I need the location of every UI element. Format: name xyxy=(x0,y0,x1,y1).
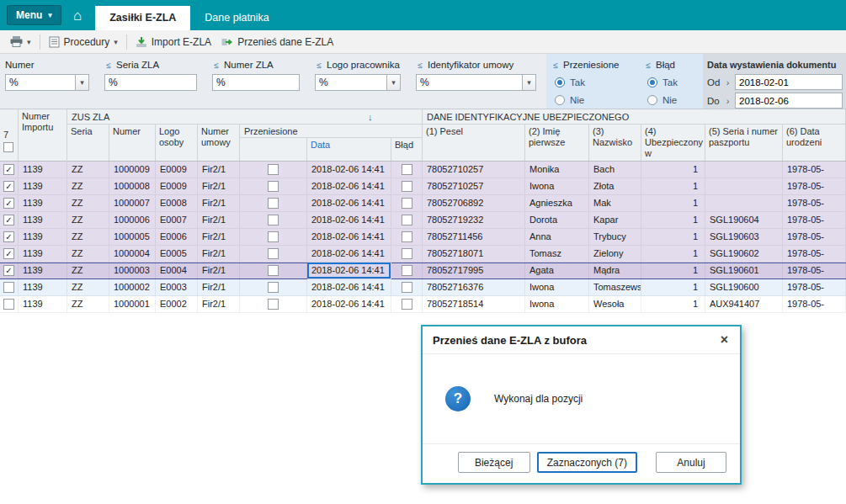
przeniesione-checkbox[interactable] xyxy=(268,248,279,259)
cell-paszport[interactable]: SGL190603 xyxy=(705,229,783,246)
print-button[interactable]: ▾ xyxy=(5,34,36,50)
cell-paszport[interactable] xyxy=(705,162,783,178)
cell-paszport[interactable]: SGL190604 xyxy=(705,212,783,229)
cell-data-urodzenia[interactable]: 1978-05- xyxy=(783,212,846,229)
cell-data[interactable]: 2018-02-06 14:41 xyxy=(307,229,391,246)
cell-ubezpieczony-w[interactable]: 1 xyxy=(641,279,705,296)
cell-paszport[interactable]: SGL190600 xyxy=(705,279,783,296)
cell-numer[interactable]: 1000007 xyxy=(109,195,156,212)
cell-paszport[interactable]: AUX941407 xyxy=(705,296,783,313)
cell-numer-importu[interactable]: 1139 xyxy=(19,162,67,178)
cell-numer-importu[interactable]: 1139 xyxy=(19,263,67,279)
cell-numer[interactable]: 1000001 xyxy=(109,296,156,313)
cell-data-urodzenia[interactable]: 1978-05- xyxy=(783,195,846,212)
cell-seria[interactable]: ZZ xyxy=(67,246,109,263)
przeniesione-checkbox[interactable] xyxy=(268,265,279,276)
row-select-checkbox[interactable]: ✓ xyxy=(3,265,14,276)
cell-numer-umowy[interactable]: Fir2/1 xyxy=(198,263,240,279)
cell-data[interactable]: 2018-02-06 14:41 xyxy=(307,279,391,296)
cell-imie[interactable]: Iwona xyxy=(525,296,589,313)
cell-data[interactable]: 2018-02-06 14:41 xyxy=(307,162,391,178)
cell-nazwisko[interactable]: Wesoła xyxy=(589,296,641,313)
biezacej-button[interactable]: Bieżącej xyxy=(458,452,530,473)
cell-ubezpieczony-w[interactable]: 1 xyxy=(641,296,705,313)
cell-data-urodzenia[interactable]: 1978-05- xyxy=(783,279,846,296)
filter-condition-icon[interactable]: ≤ xyxy=(212,61,221,70)
filter-condition-icon[interactable]: ≤ xyxy=(551,61,560,70)
cell-nazwisko[interactable]: Mak xyxy=(589,195,641,212)
anuluj-button[interactable]: Anuluj xyxy=(656,452,726,473)
cell-imie[interactable]: Agnieszka xyxy=(525,195,589,212)
cell-numer-umowy[interactable]: Fir2/1 xyxy=(198,279,240,296)
col-header-data[interactable]: Data xyxy=(307,138,391,161)
cell-pesel[interactable]: 78052718071 xyxy=(423,246,525,263)
przeniesione-checkbox[interactable] xyxy=(268,215,279,225)
cell-nazwisko[interactable]: Złota xyxy=(589,178,641,195)
blad-checkbox[interactable] xyxy=(402,299,412,310)
filter-condition-icon[interactable]: ≤ xyxy=(104,61,113,70)
cell-numer-importu[interactable]: 1139 xyxy=(19,229,67,246)
cell-pesel[interactable]: 78052706892 xyxy=(423,195,525,212)
chevron-down-icon[interactable]: ▾ xyxy=(386,74,401,91)
cell-data-urodzenia[interactable]: 1978-05- xyxy=(783,296,846,313)
cell-data[interactable]: 2018-02-06 14:41 xyxy=(307,178,391,195)
przeniesione-checkbox[interactable] xyxy=(268,282,279,293)
cell-pesel[interactable]: 78052710257 xyxy=(423,178,525,195)
cell-logo-osoby[interactable]: E0009 xyxy=(156,162,198,178)
filter-condition-icon[interactable]: ≤ xyxy=(644,61,652,70)
radio-blad-nie[interactable]: Nie xyxy=(647,93,703,107)
cell-data[interactable]: 2018-02-06 14:41 xyxy=(307,195,391,212)
cell-pesel[interactable]: 78052718514 xyxy=(423,296,525,313)
filter-condition-icon[interactable]: ≤ xyxy=(416,61,424,70)
sort-desc-icon[interactable]: ↓ xyxy=(368,109,373,125)
row-select-checkbox[interactable] xyxy=(3,299,14,310)
cell-seria[interactable]: ZZ xyxy=(67,263,109,279)
cell-numer[interactable]: 1000002 xyxy=(109,279,156,296)
cell-data[interactable]: 2018-02-06 14:41 xyxy=(307,212,391,229)
blad-checkbox[interactable] xyxy=(402,265,412,276)
cell-numer[interactable]: 1000006 xyxy=(109,212,156,229)
filter-numer-input[interactable] xyxy=(5,74,75,91)
radio-blad-tak[interactable]: Tak xyxy=(647,75,703,89)
col-header-numer-umowy[interactable]: Numer umowy xyxy=(198,125,240,161)
cell-numer[interactable]: 1000003 xyxy=(109,263,156,279)
col-header-pesel[interactable]: (1) Pesel xyxy=(423,125,525,161)
cell-numer-umowy[interactable]: Fir2/1 xyxy=(198,229,240,246)
col-header-seria[interactable]: Seria xyxy=(67,125,109,161)
cell-pesel[interactable]: 78052716376 xyxy=(423,279,525,296)
cell-data-urodzenia[interactable]: 1978-05- xyxy=(783,263,846,279)
cell-seria[interactable]: ZZ xyxy=(67,212,109,229)
cell-logo-osoby[interactable]: E0006 xyxy=(156,229,198,246)
cell-seria[interactable]: ZZ xyxy=(67,178,109,195)
cell-pesel[interactable]: 78052719232 xyxy=(423,212,525,229)
chevron-down-icon[interactable]: ▾ xyxy=(522,74,536,91)
blad-checkbox[interactable] xyxy=(402,248,412,259)
cell-seria[interactable]: ZZ xyxy=(67,162,109,178)
przeniesione-checkbox[interactable] xyxy=(268,299,279,310)
cell-ubezpieczony-w[interactable]: 1 xyxy=(641,195,705,212)
tab-dane-platnika[interactable]: Dane płatnika xyxy=(190,6,283,30)
row-select-checkbox[interactable]: ✓ xyxy=(3,181,14,192)
cell-ubezpieczony-w[interactable]: 1 xyxy=(641,162,705,178)
do-date-input[interactable] xyxy=(735,93,843,109)
cell-paszport[interactable]: SGL190601 xyxy=(705,263,783,279)
cell-ubezpieczony-w[interactable]: 1 xyxy=(641,229,705,246)
cell-paszport[interactable] xyxy=(705,178,783,195)
cell-data-urodzenia[interactable]: 1978-05- xyxy=(783,246,846,263)
cell-logo-osoby[interactable]: E0008 xyxy=(156,195,198,212)
home-icon[interactable]: ⌂ xyxy=(73,8,82,23)
cell-imie[interactable]: Dorota xyxy=(525,212,589,229)
date-picker-icon[interactable]: › xyxy=(723,96,732,106)
cell-nazwisko[interactable]: Zielony xyxy=(589,246,641,263)
cell-nazwisko[interactable]: Bach xyxy=(589,162,641,178)
procedury-button[interactable]: Procedury ▾ xyxy=(44,34,123,50)
cell-pesel[interactable]: 78052710257 xyxy=(423,162,525,178)
tab-zasilki-e-zla[interactable]: Zasiłki E-ZLA xyxy=(95,6,190,30)
cell-data[interactable]: 2018-02-06 14:41 xyxy=(307,263,391,279)
cell-imie[interactable]: Monika xyxy=(525,162,589,178)
cell-logo-osoby[interactable]: E0004 xyxy=(156,263,198,279)
blad-checkbox[interactable] xyxy=(402,181,412,192)
col-header-blad[interactable]: Błąd xyxy=(391,138,423,161)
cell-paszport[interactable]: SGL190602 xyxy=(705,246,783,263)
cell-nazwisko[interactable]: Trybucy xyxy=(589,229,641,246)
